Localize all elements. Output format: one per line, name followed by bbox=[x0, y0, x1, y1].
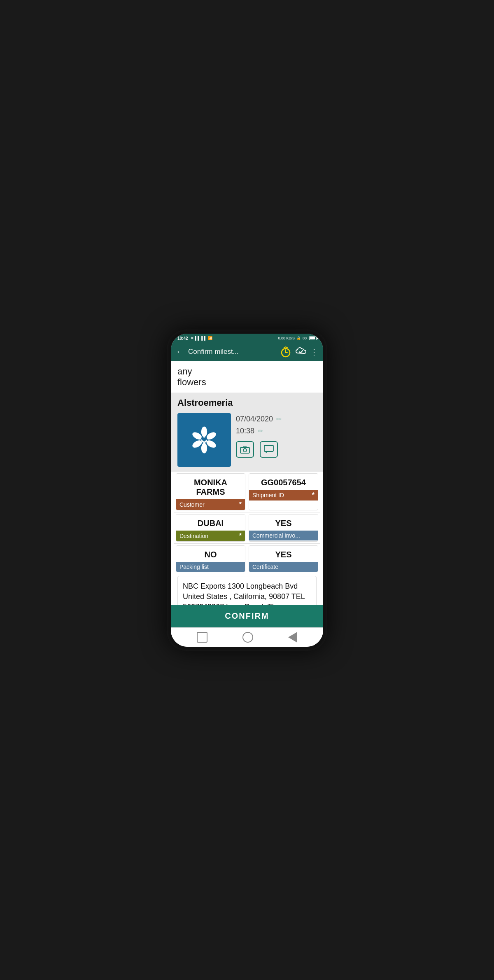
time-row: 10:38 ✏ bbox=[236, 427, 317, 435]
date-row: 07/04/2020 ✏ bbox=[236, 415, 317, 423]
packing-label: Packing list bbox=[176, 562, 245, 572]
back-button[interactable]: ← bbox=[176, 347, 184, 356]
more-options-icon[interactable]: ⋮ bbox=[310, 347, 318, 357]
certificate-value: YES bbox=[249, 546, 318, 562]
battery-icon bbox=[309, 336, 317, 340]
customer-label: Customer * bbox=[176, 499, 245, 510]
shipment-cell[interactable]: GG0057654 Shipment ID * bbox=[249, 473, 318, 510]
svg-point-4 bbox=[201, 426, 207, 437]
any-text: any bbox=[177, 366, 317, 377]
destination-value: DUBAI bbox=[176, 515, 245, 531]
product-section: Alstroemeria bbox=[171, 393, 323, 472]
home-nav-icon[interactable] bbox=[197, 632, 207, 643]
destination-label: Destination * bbox=[176, 531, 245, 541]
app-bar-icons: ⋮ bbox=[280, 346, 318, 358]
back-nav-icon[interactable] bbox=[242, 632, 253, 643]
phone-screen: 10:42 ✕ ▌▌ ▌▌ 📶 0.00 KB/S 🔒 80 ← Confirm… bbox=[171, 334, 323, 647]
confirm-bar: CONFIRM bbox=[171, 605, 323, 627]
comment-button[interactable] bbox=[260, 441, 278, 458]
shipment-label: Shipment ID * bbox=[249, 490, 318, 501]
app-bar: ← Confirm milest... bbox=[171, 342, 323, 361]
customer-value: MONIKA FARMS bbox=[176, 474, 245, 499]
customer-cell[interactable]: MONIKA FARMS Customer * bbox=[176, 473, 245, 510]
timer-icon[interactable] bbox=[280, 346, 292, 358]
svg-rect-11 bbox=[240, 447, 249, 453]
status-bar: 10:42 ✕ ▌▌ ▌▌ 📶 0.00 KB/S 🔒 80 bbox=[171, 334, 323, 342]
grid-row-3: NO Packing list YES Certificate bbox=[174, 544, 320, 574]
data-grid: MONIKA FARMS Customer * GG0057654 Shipme… bbox=[171, 472, 323, 605]
phone-device: 10:42 ✕ ▌▌ ▌▌ 📶 0.00 KB/S 🔒 80 ← Confirm… bbox=[167, 330, 327, 651]
svg-point-10 bbox=[203, 438, 205, 441]
address-section: NBC Exports 1300 Longbeach Bvd United St… bbox=[177, 576, 317, 605]
intro-section: any flowers bbox=[171, 361, 323, 393]
svg-point-7 bbox=[201, 443, 207, 453]
product-image bbox=[177, 413, 231, 467]
recent-nav-icon[interactable] bbox=[288, 632, 297, 643]
product-content: 07/04/2020 ✏ 10:38 ✏ bbox=[177, 413, 317, 467]
svg-rect-13 bbox=[264, 445, 273, 451]
grid-row-1: MONIKA FARMS Customer * GG0057654 Shipme… bbox=[174, 472, 320, 512]
packing-value: NO bbox=[176, 546, 245, 562]
packing-cell[interactable]: NO Packing list bbox=[176, 545, 245, 572]
date-edit-icon[interactable]: ✏ bbox=[276, 415, 282, 423]
nav-bar bbox=[171, 627, 323, 647]
destination-cell[interactable]: DUBAI Destination * bbox=[176, 514, 245, 542]
action-icons bbox=[236, 441, 317, 458]
confirm-button[interactable]: CONFIRM bbox=[177, 611, 317, 621]
status-time: 10:42 ✕ ▌▌ ▌▌ 📶 bbox=[177, 336, 212, 341]
shipment-value: GG0057654 bbox=[249, 474, 318, 490]
flowers-text: flowers bbox=[177, 377, 317, 388]
date-value: 07/04/2020 bbox=[236, 415, 273, 423]
cloud-sync-icon[interactable] bbox=[295, 346, 307, 358]
time-edit-icon[interactable]: ✏ bbox=[258, 427, 263, 435]
scroll-content[interactable]: any flowers Alstroemeria bbox=[171, 361, 323, 605]
time-value: 10:38 bbox=[236, 427, 254, 435]
certificate-label: Certificate bbox=[249, 562, 318, 572]
product-name: Alstroemeria bbox=[177, 398, 317, 408]
grid-row-2: DUBAI Destination * YES Commercial invo.… bbox=[174, 512, 320, 544]
commercial-value: YES bbox=[249, 515, 318, 531]
svg-point-12 bbox=[243, 449, 247, 452]
certificate-cell[interactable]: YES Certificate bbox=[249, 545, 318, 572]
commercial-cell[interactable]: YES Commercial invo... bbox=[249, 514, 318, 542]
product-details: 07/04/2020 ✏ 10:38 ✏ bbox=[236, 413, 317, 458]
commercial-label: Commercial invo... bbox=[249, 531, 318, 540]
app-title: Confirm milest... bbox=[188, 348, 275, 356]
status-right: 0.00 KB/S 🔒 80 bbox=[278, 336, 317, 340]
address-text: NBC Exports 1300 Longbeach Bvd United St… bbox=[183, 581, 311, 605]
camera-button[interactable] bbox=[236, 441, 254, 458]
